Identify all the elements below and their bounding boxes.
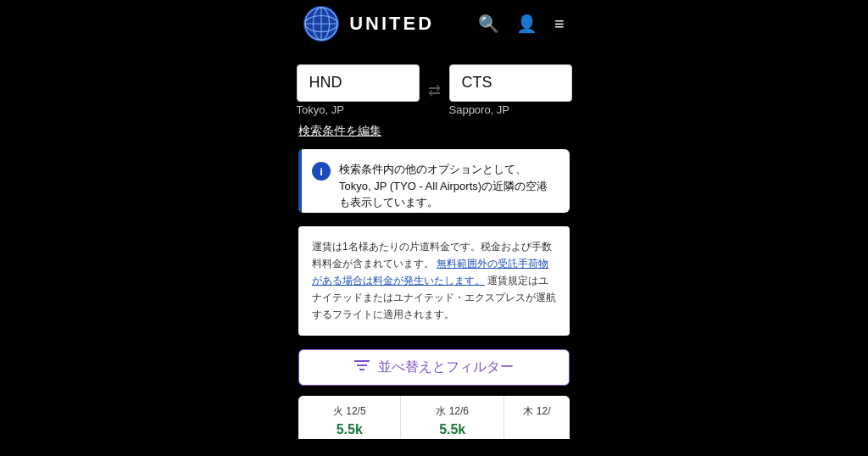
date-tab-2[interactable]: 木 12/: [504, 396, 570, 439]
fare-info-section: 運賃は1名様あたりの片道料金です。税金および手数料料金が含まれています。 無料範…: [298, 226, 570, 336]
info-banner: i 検索条件内の他のオプションとして、Tokyo, JP (TYO - All …: [298, 149, 570, 213]
filter-lines-icon: [354, 359, 370, 371]
date-tab-label-1: 水 12/6: [406, 404, 498, 419]
date-tab-price-1: 5.5k: [406, 422, 498, 437]
menu-icon[interactable]: ≡: [554, 14, 565, 34]
destination-input[interactable]: CTS: [449, 64, 572, 102]
swap-icon[interactable]: ⇄: [428, 81, 441, 100]
date-tab-label-0: 火 12/5: [303, 404, 395, 419]
brand-name: UNITED: [349, 13, 434, 35]
profile-icon[interactable]: 👤: [516, 14, 537, 34]
destination-label: Sapporo, JP: [449, 103, 572, 116]
info-icon: i: [312, 162, 331, 181]
origin-code: HND: [309, 74, 342, 91]
date-tab-price-0: 5.5k: [303, 422, 395, 437]
header-inner: UNITED 🔍 👤 ≡: [303, 6, 565, 42]
edit-search-link[interactable]: 検索条件を編集: [298, 124, 381, 137]
origin-input[interactable]: HND: [297, 64, 420, 102]
origin-label: Tokyo, JP: [297, 103, 420, 116]
destination-code: CTS: [462, 74, 492, 91]
filter-icon: [354, 359, 370, 375]
filter-button-label: 並べ替えとフィルター: [378, 359, 514, 376]
date-tab-1[interactable]: 水 12/6 5.5k: [401, 396, 504, 439]
date-tabs-section: 火 12/5 5.5k 水 12/6 5.5k 木 12/: [298, 396, 570, 439]
info-card: i 検索条件内の他のオプションとして、Tokyo, JP (TYO - All …: [298, 149, 570, 213]
sort-filter-button[interactable]: 並べ替えとフィルター: [298, 349, 570, 386]
info-message: 検索条件内の他のオプションとして、Tokyo, JP (TYO - All Ai…: [339, 161, 558, 211]
search-icon[interactable]: 🔍: [478, 14, 499, 34]
fare-info-text-before: 運賃は1名様あたりの片道料金です。税金および手数料料金が含まれています。 無料範…: [312, 241, 556, 321]
destination-col: CTS Sapporo, JP: [449, 64, 572, 116]
date-tab-label-2: 木 12/: [509, 404, 565, 419]
header-icons: 🔍 👤 ≡: [478, 14, 565, 34]
route-section: HND Tokyo, JP ⇄ CTS Sapporo, JP: [297, 64, 572, 116]
origin-col: HND Tokyo, JP: [297, 64, 420, 116]
united-logo[interactable]: [303, 6, 339, 42]
header: UNITED 🔍 👤 ≡: [0, 0, 868, 47]
main-content: HND Tokyo, JP ⇄ CTS Sapporo, JP 検索条件を編集 …: [0, 47, 868, 456]
date-tab-0[interactable]: 火 12/5 5.5k: [298, 396, 401, 439]
